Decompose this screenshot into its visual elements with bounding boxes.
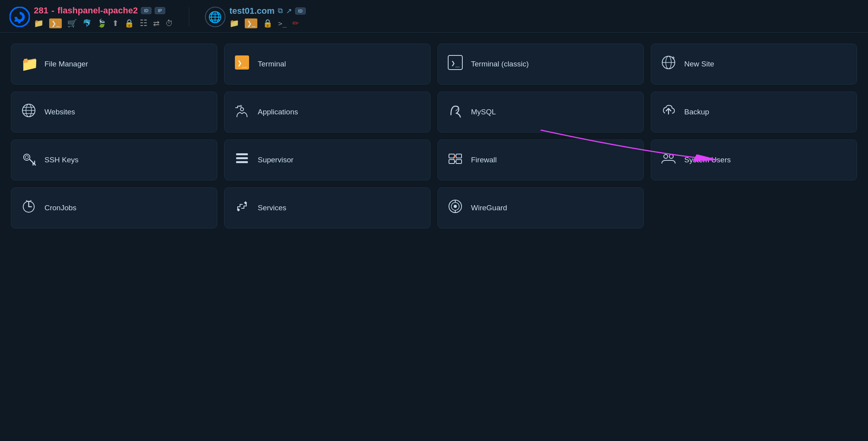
do-logo [9, 7, 30, 27]
svg-text:❯_: ❯_ [451, 59, 460, 67]
domain-ssh-icon[interactable]: >_ [278, 19, 287, 28]
lock-toolbar-icon[interactable]: 🔒 [124, 18, 134, 28]
svg-point-16 [240, 108, 244, 111]
wireguard-icon [447, 199, 463, 217]
server-toolbar: 📁 ❯_ 🛒 🐬 🍃 ⬆ 🔒 ☷ ⇄ ⏱ [34, 18, 173, 28]
services-label: Services [258, 204, 286, 212]
card-wireguard[interactable]: WireGuard [438, 187, 644, 228]
mysql-toolbar-icon[interactable]: 🐬 [83, 19, 91, 28]
supervisor-label: Supervisor [258, 156, 294, 164]
server-title: 281 - flashpanel-apache2 ID IP [34, 6, 173, 16]
badge-ip[interactable]: IP [155, 7, 165, 14]
supervisor-icon [234, 151, 250, 169]
firewall-label: Firewall [471, 156, 497, 164]
upload-icon[interactable]: ⬆ [112, 18, 119, 28]
file-manager-icon: 📁 [21, 56, 37, 72]
cron-toolbar-icon[interactable]: ⏱ [165, 19, 173, 28]
cronjobs-icon [21, 199, 37, 217]
card-firewall[interactable]: Firewall [438, 140, 644, 180]
card-websites[interactable]: Websites [11, 92, 217, 132]
globe-domain-icon[interactable]: 🌐 [205, 7, 225, 27]
terminal-classic-label: Terminal (classic) [471, 60, 529, 68]
card-ssh-keys[interactable]: SSH Keys [11, 140, 217, 180]
network-icon[interactable]: ⇄ [153, 18, 160, 28]
header-divider [189, 7, 189, 27]
card-applications[interactable]: Applications [224, 92, 430, 132]
svg-rect-2 [18, 22, 20, 24]
badge-id[interactable]: ID [141, 7, 151, 14]
server-hostname: flashpanel-apache2 [57, 6, 138, 16]
card-services[interactable]: Services [224, 187, 430, 228]
server-info: 281 - flashpanel-apache2 ID IP 📁 ❯_ 🛒 🐬 … [34, 6, 173, 28]
svg-rect-24 [456, 154, 462, 158]
domain-edit-icon[interactable]: ✏ [292, 18, 299, 28]
card-new-site[interactable]: + New Site [651, 44, 857, 85]
terminal-label: Terminal [258, 60, 286, 68]
domain-title-row: test01.com ⧉ ↗ ID [229, 6, 306, 16]
websites-icon [21, 103, 37, 121]
logo-section: 281 - flashpanel-apache2 ID IP 📁 ❯_ 🛒 🐬 … [9, 6, 173, 28]
svg-point-28 [669, 154, 673, 158]
server-dash: - [52, 6, 54, 16]
wireguard-label: WireGuard [471, 204, 507, 212]
main-content: 📁 File Manager ❯_ Terminal ❯_ [0, 33, 868, 239]
firewall-icon [447, 151, 463, 169]
card-terminal-classic[interactable]: ❯_ Terminal (classic) [438, 44, 644, 85]
copy-icon[interactable]: ⧉ [278, 7, 283, 15]
supervisor-toolbar-icon[interactable]: ☷ [140, 18, 148, 28]
card-system-users[interactable]: System Users [651, 140, 857, 180]
domain-section: 🌐 test01.com ⧉ ↗ ID 📁 ❯_ 🔒 >_ ✏ [205, 6, 306, 28]
cronjobs-label: CronJobs [44, 204, 76, 212]
leaf-icon[interactable]: 🍃 [97, 18, 107, 28]
svg-rect-22 [236, 161, 248, 163]
system-users-icon [661, 151, 676, 169]
app-grid: 📁 File Manager ❯_ Terminal ❯_ [11, 44, 857, 228]
card-file-manager[interactable]: 📁 File Manager [11, 44, 217, 85]
ssh-keys-label: SSH Keys [44, 156, 79, 164]
backup-icon [661, 103, 676, 121]
card-cronjobs[interactable]: CronJobs [11, 187, 217, 228]
folder-icon[interactable]: 📁 [34, 18, 44, 28]
ssh-keys-icon [21, 151, 37, 169]
svg-rect-21 [236, 157, 248, 159]
grid-wrapper: 📁 File Manager ❯_ Terminal ❯_ [11, 44, 857, 228]
svg-point-34 [454, 205, 457, 208]
domain-lock-icon[interactable]: 🔒 [263, 18, 273, 28]
svg-point-27 [664, 154, 668, 158]
mysql-icon [447, 103, 463, 121]
mysql-label: MySQL [471, 108, 496, 116]
domain-folder-icon[interactable]: 📁 [229, 18, 239, 28]
svg-point-19 [25, 156, 28, 159]
domain-info: test01.com ⧉ ↗ ID 📁 ❯_ 🔒 >_ ✏ [229, 6, 306, 28]
svg-point-17 [240, 105, 242, 107]
domain-name: test01.com [229, 6, 275, 16]
system-users-label: System Users [684, 156, 731, 164]
applications-icon [234, 103, 250, 121]
applications-label: Applications [258, 108, 298, 116]
websites-label: Websites [44, 108, 75, 116]
domain-terminal-icon[interactable]: ❯_ [245, 18, 257, 28]
server-name: 281 [34, 6, 48, 16]
new-site-icon: + [661, 55, 676, 73]
external-link-icon[interactable]: ↗ [286, 7, 292, 15]
backup-label: Backup [684, 108, 709, 116]
card-mysql[interactable]: MySQL [438, 92, 644, 132]
services-icon [234, 199, 250, 217]
svg-rect-1 [15, 20, 18, 22]
header: 281 - flashpanel-apache2 ID IP 📁 ❯_ 🛒 🐬 … [0, 0, 868, 33]
svg-text:❯_: ❯_ [237, 58, 247, 68]
card-terminal[interactable]: ❯_ Terminal [224, 44, 430, 85]
svg-rect-26 [456, 160, 462, 164]
cart-icon[interactable]: 🛒 [67, 18, 77, 28]
new-site-label: New Site [684, 60, 714, 68]
terminal-classic-icon: ❯_ [447, 55, 463, 73]
svg-rect-25 [449, 160, 454, 164]
card-backup[interactable]: Backup [651, 92, 857, 132]
terminal-card-icon: ❯_ [234, 55, 250, 73]
card-supervisor[interactable]: Supervisor [224, 140, 430, 180]
domain-badge-id[interactable]: ID [295, 7, 306, 15]
terminal-icon[interactable]: ❯_ [49, 18, 62, 28]
svg-text:+: + [672, 55, 675, 61]
domain-toolbar: 📁 ❯_ 🔒 >_ ✏ [229, 18, 306, 28]
svg-rect-20 [236, 153, 248, 155]
